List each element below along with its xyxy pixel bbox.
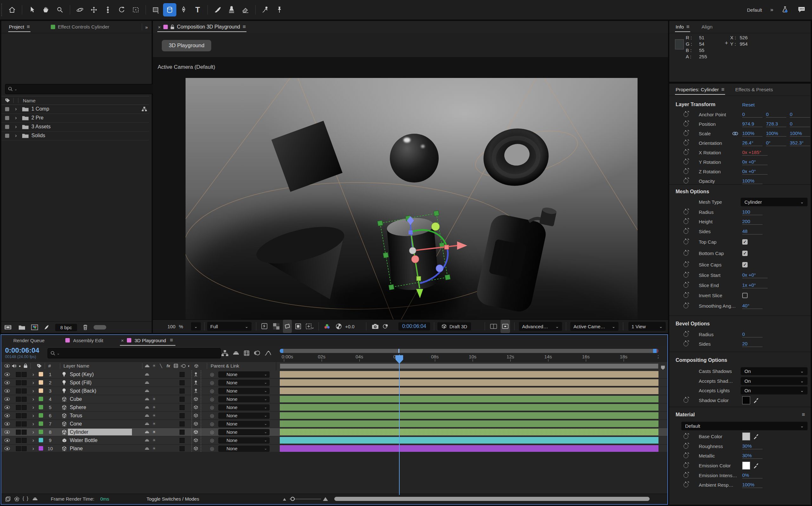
motion-blur-cell[interactable]: [180, 380, 185, 385]
expand-chevron-icon[interactable]: ›: [32, 370, 39, 378]
visibility-eye-icon[interactable]: [4, 370, 10, 378]
stopwatch-icon[interactable]: [684, 251, 688, 256]
motion-blur-cell[interactable]: [180, 413, 185, 418]
stopwatch-icon[interactable]: [684, 240, 688, 244]
item-label-chip[interactable]: [5, 116, 9, 120]
visibility-eye-icon[interactable]: [4, 395, 10, 403]
property-value[interactable]: 26.4°: [742, 140, 762, 146]
bottom-cap-checkbox[interactable]: ✓: [742, 251, 748, 256]
parent-select[interactable]: None⌄: [218, 437, 270, 443]
slice-caps-checkbox[interactable]: ✓: [742, 262, 748, 267]
stopwatch-icon[interactable]: [684, 179, 688, 183]
shy-icon[interactable]: [145, 420, 149, 428]
solo-cell[interactable]: [21, 405, 27, 410]
stopwatch-icon[interactable]: [684, 262, 688, 267]
audio-column-icon[interactable]: [12, 362, 16, 370]
stopwatch-icon[interactable]: [684, 169, 688, 174]
time-navigator[interactable]: [280, 349, 659, 353]
label-color-chip[interactable]: [39, 438, 43, 442]
lock-column-icon[interactable]: [23, 362, 27, 370]
solo-cell[interactable]: [21, 430, 27, 435]
stopwatch-icon[interactable]: [684, 434, 688, 439]
tab-composition[interactable]: × Composition 3D Playground ≡: [155, 21, 249, 33]
tab-effects-presets[interactable]: Effects & Presets: [732, 84, 776, 96]
parent-select[interactable]: None⌄: [218, 371, 270, 378]
layer-name[interactable]: Sphere: [70, 403, 86, 411]
motion-blur-cell[interactable]: [180, 389, 185, 394]
property-value[interactable]: 0: [790, 121, 810, 127]
item-label[interactable]: 1 Comp: [31, 106, 49, 112]
roto-brush-tool-icon[interactable]: [259, 3, 272, 16]
layer-duration-bar[interactable]: [280, 371, 659, 378]
item-label[interactable]: Solids: [31, 133, 45, 139]
property-value[interactable]: 100%: [742, 131, 762, 137]
audio-cell[interactable]: [16, 421, 21, 426]
feedback-chat-icon[interactable]: [797, 6, 806, 14]
expand-chevron-icon[interactable]: ›: [12, 106, 19, 112]
beta-beaker-icon[interactable]: [781, 6, 789, 14]
roi-target-icon[interactable]: [306, 320, 314, 333]
expand-chevron-icon[interactable]: ›: [12, 133, 19, 139]
tab-effect-controls[interactable]: Effect Controls Cylinder: [48, 21, 113, 33]
brush-tool-icon[interactable]: [211, 3, 224, 16]
orbit-camera-tool-icon[interactable]: [73, 3, 86, 16]
reset-link[interactable]: Reset: [742, 102, 755, 107]
table-row[interactable]: › 2 Spot (Fill) ◎ None⌄: [1, 378, 667, 387]
property-value[interactable]: 200: [742, 219, 762, 225]
shy-icon[interactable]: [145, 395, 149, 403]
resolution-select[interactable]: Full⌄: [207, 322, 252, 331]
item-label-chip[interactable]: [5, 107, 9, 111]
visibility-eye-icon[interactable]: [4, 420, 10, 428]
layer-name[interactable]: Cone: [70, 420, 82, 428]
accepts-shadows-select[interactable]: On⌄: [741, 377, 808, 385]
camera-select[interactable]: Active Came…⌄: [570, 322, 618, 331]
panel-menu-icon[interactable]: ≡: [27, 24, 30, 30]
solo-cell[interactable]: [21, 397, 27, 402]
layer-name[interactable]: Cube: [70, 395, 82, 403]
section-menu-icon[interactable]: ≡: [802, 412, 805, 418]
eye-column-icon[interactable]: [4, 362, 10, 370]
tab-3d-playground[interactable]: 3D Playground: [134, 338, 166, 343]
workspace-overflow-icon[interactable]: »: [770, 7, 773, 13]
expand-chevron-icon[interactable]: ›: [32, 444, 39, 452]
solo-column-icon[interactable]: ●: [19, 362, 21, 370]
shy-icon[interactable]: [145, 378, 149, 387]
graph-editor-icon[interactable]: [265, 350, 272, 356]
pickwhip-icon[interactable]: ◎: [210, 387, 214, 395]
item-label-chip[interactable]: [5, 134, 9, 138]
new-folder-icon[interactable]: [18, 325, 25, 330]
list-item[interactable]: › 2 Pre: [1, 113, 149, 122]
breadcrumb[interactable]: 3D Playground: [162, 40, 211, 51]
pickwhip-icon[interactable]: ◎: [210, 378, 214, 387]
parent-select[interactable]: None⌄: [218, 421, 270, 427]
motion-blur-cell[interactable]: [180, 397, 185, 402]
mask-visibility-icon[interactable]: [295, 320, 301, 333]
layer-name[interactable]: Plane: [70, 444, 83, 452]
stopwatch-icon[interactable]: [684, 283, 688, 288]
close-tab-icon[interactable]: ×: [121, 338, 124, 343]
zoom-in-mountain-icon[interactable]: [323, 497, 328, 501]
rotation-tool-icon[interactable]: [115, 3, 128, 16]
pickwhip-icon[interactable]: ◎: [210, 436, 214, 444]
stopwatch-icon[interactable]: [684, 141, 688, 146]
viewport-canvas[interactable]: [186, 78, 637, 320]
expand-chevron-icon[interactable]: ›: [32, 403, 39, 411]
frame-blend-icon[interactable]: [244, 350, 250, 356]
fx-column-icon[interactable]: fx: [166, 362, 170, 370]
expand-chevron-icon[interactable]: ›: [12, 115, 19, 121]
label-color-chip[interactable]: [39, 405, 43, 409]
expand-chevron-icon[interactable]: ›: [12, 123, 19, 130]
expand-chevron-icon[interactable]: ›: [32, 420, 39, 428]
table-row[interactable]: › 3 Spot (Back) ◎ None⌄: [1, 387, 667, 395]
table-row[interactable]: › 9 Water Bottle ☀ ◎ None⌄: [1, 436, 667, 444]
footage-icon[interactable]: [4, 324, 13, 330]
stopwatch-icon[interactable]: [684, 160, 688, 164]
expand-chevron-icon[interactable]: ›: [32, 436, 39, 444]
geometry-column-icon[interactable]: ☀: [152, 362, 156, 370]
region-of-interest-icon[interactable]: [283, 320, 292, 333]
stopwatch-icon[interactable]: [684, 122, 688, 126]
number-column-header[interactable]: #: [48, 362, 51, 370]
parent-select[interactable]: None⌄: [218, 404, 270, 411]
layer-duration-bar[interactable]: [280, 388, 659, 394]
table-row[interactable]: › 6 Torus ☀ ◎ None⌄: [1, 412, 667, 420]
